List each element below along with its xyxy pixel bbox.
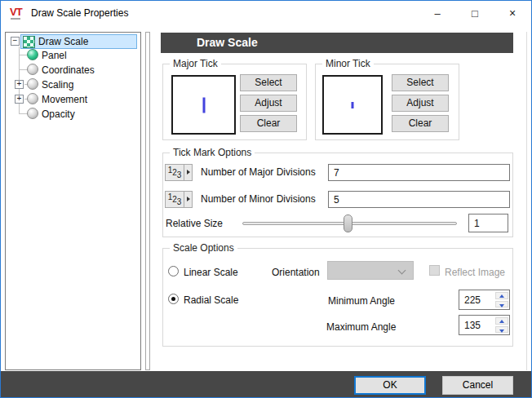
relative-size-label: Relative Size — [166, 218, 223, 229]
cancel-button[interactable]: Cancel — [442, 376, 513, 395]
relative-size-slider[interactable] — [242, 214, 457, 232]
tree-item-opacity[interactable]: Opacity — [6, 107, 140, 122]
minor-adjust-button[interactable]: Adjust — [392, 95, 449, 112]
tree-selection[interactable]: Draw Scale — [20, 34, 137, 49]
radial-scale-radio[interactable] — [168, 294, 179, 304]
minor-select-button[interactable]: Select — [392, 74, 449, 91]
tree-item-label: Draw Scale — [38, 36, 88, 47]
orientation-dropdown — [327, 261, 414, 280]
ok-button[interactable]: OK — [354, 376, 426, 395]
close-icon[interactable]: × — [494, 1, 531, 26]
scrollbar-track — [526, 32, 527, 370]
major-divisions-label: Number of Major Divisions — [201, 166, 316, 178]
dialog-footer: OK Cancel — [1, 371, 531, 397]
spinner-buttons — [494, 316, 509, 334]
minor-divisions-label: Number of Minor Divisions — [201, 193, 316, 205]
minimum-angle-spinner — [459, 290, 510, 310]
linear-scale-radio[interactable] — [168, 266, 179, 276]
vt-app-icon: VT — [10, 6, 22, 18]
maximum-angle-spinner — [459, 315, 510, 335]
relative-size-input[interactable] — [468, 214, 508, 232]
slider-thumb[interactable] — [344, 214, 352, 232]
spin-up-icon[interactable] — [495, 317, 508, 325]
page-title: Draw Scale — [161, 33, 513, 53]
tree-item-scaling[interactable]: + Scaling — [6, 77, 140, 92]
draw-scale-properties-dialog: VT Draw Scale Properties – □ × − Draw Sc… — [0, 0, 532, 398]
status-sphere-icon — [27, 49, 38, 60]
spin-up-icon[interactable] — [495, 292, 508, 299]
numeric-entry-button[interactable]: 123 — [165, 164, 193, 181]
minor-tick-group: Minor Tick Select Adjust Clear — [315, 64, 459, 140]
maximum-angle-input[interactable] — [459, 316, 494, 334]
window-title: Draw Scale Properties — [31, 1, 128, 26]
scale-options-group: Scale Options Linear Scale Orientation R… — [162, 248, 513, 347]
minimum-angle-label: Minimum Angle — [328, 295, 395, 307]
status-sphere-icon — [27, 108, 38, 119]
group-title: Minor Tick — [322, 58, 374, 69]
tree-item-draw-scale[interactable]: − Draw Scale — [6, 34, 140, 49]
minimize-icon[interactable]: – — [419, 1, 456, 26]
spinner-buttons — [494, 290, 509, 309]
tree-item-label: Coordinates — [42, 64, 95, 76]
dropdown-arrow-icon — [184, 165, 192, 180]
maximum-angle-label: Maximum Angle — [326, 321, 396, 333]
draw-scale-icon — [23, 36, 35, 48]
expand-icon[interactable]: + — [15, 95, 24, 104]
status-sphere-icon — [27, 93, 38, 104]
tree-item-movement[interactable]: + Movement — [6, 92, 140, 107]
group-title: Tick Mark Options — [170, 147, 255, 158]
expand-icon[interactable]: + — [15, 80, 24, 89]
major-select-button[interactable]: Select — [240, 74, 297, 91]
reflect-image-label: Reflect Image — [445, 267, 505, 278]
minor-clear-button[interactable]: Clear — [392, 115, 449, 132]
dropdown-arrow-icon — [184, 192, 192, 207]
chevron-down-icon — [398, 267, 406, 275]
minimum-angle-input[interactable] — [459, 290, 494, 309]
properties-tree: − Draw Scale Panel Coordinates + Scaling… — [5, 32, 141, 370]
linear-scale-label[interactable]: Linear Scale — [184, 267, 238, 278]
numeric-entry-button[interactable]: 123 — [165, 191, 193, 208]
group-title: Major Tick — [170, 58, 221, 69]
maximize-icon[interactable]: □ — [456, 1, 494, 26]
tree-item-label: Movement — [42, 94, 87, 105]
tick-mark-options-group: Tick Mark Options 123 Number of Major Di… — [162, 153, 513, 237]
tree-item-panel[interactable]: Panel — [6, 48, 140, 63]
spin-down-icon[interactable] — [495, 301, 508, 308]
major-adjust-button[interactable]: Adjust — [240, 95, 297, 112]
status-sphere-icon — [27, 78, 38, 90]
title-bar: VT Draw Scale Properties – □ × — [1, 1, 531, 26]
tree-item-coordinates[interactable]: Coordinates — [6, 63, 140, 77]
minor-tick-preview — [322, 75, 383, 135]
status-sphere-icon — [27, 64, 38, 75]
reflect-image-checkbox — [429, 265, 440, 276]
minor-tick-mark-icon — [352, 102, 354, 108]
tree-item-label: Opacity — [42, 108, 75, 120]
orientation-label: Orientation — [272, 267, 320, 278]
major-tick-group: Major Tick Select Adjust Clear — [162, 64, 307, 140]
major-tick-mark-icon — [202, 97, 205, 113]
radial-scale-label[interactable]: Radial Scale — [184, 294, 238, 306]
major-divisions-input[interactable] — [328, 164, 510, 181]
numeric-123-icon: 123 — [166, 165, 184, 180]
collapse-icon[interactable]: − — [11, 37, 20, 46]
panel-splitter[interactable] — [145, 32, 150, 370]
spin-down-icon[interactable] — [495, 326, 508, 334]
minor-divisions-input[interactable] — [328, 191, 510, 208]
group-title: Scale Options — [170, 242, 237, 254]
major-clear-button[interactable]: Clear — [240, 115, 297, 132]
major-tick-preview — [171, 75, 236, 135]
tree-item-label: Panel — [42, 50, 67, 61]
tree-item-label: Scaling — [42, 79, 73, 91]
numeric-123-icon: 123 — [166, 192, 184, 207]
